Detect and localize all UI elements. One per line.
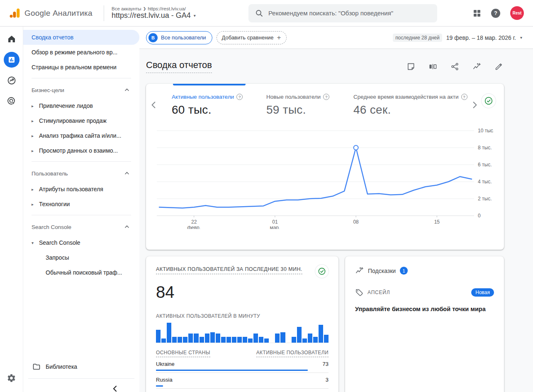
tag-icon <box>355 288 363 297</box>
metric-value: 46 сек. <box>353 103 478 117</box>
metrics-next-button[interactable] <box>472 101 477 109</box>
sidebar-item-label: Анализ трафика сайта и/или... <box>39 132 121 139</box>
minute-bar <box>324 335 329 343</box>
minute-bar <box>237 337 242 343</box>
collapsed-arrow-icon[interactable]: ▸ <box>32 119 35 123</box>
search-bar[interactable]: Рекомендуем поискать: "Обзор поведения" <box>248 4 437 22</box>
minute-bar <box>200 337 204 343</box>
collapsed-arrow-icon[interactable]: ▸ <box>32 134 35 138</box>
nav-rail <box>0 27 23 392</box>
sidebar-item-label: Просмотр данных о взаимо... <box>39 147 118 154</box>
realtime-title: АКТИВНЫХ ПОЛЬЗОВАТЕЛЕЙ ЗА ПОСЛЕДНИЕ 30 М… <box>156 266 302 274</box>
sidebar-item-realtime-pages[interactable]: Страницы в реальном времени <box>23 60 139 75</box>
metric-label[interactable]: Среднее время взаимодействия на акти? <box>353 94 478 100</box>
ga-logo[interactable]: Google Аналитика <box>0 7 104 19</box>
sidebar-item-user[interactable]: Пользователь <box>23 165 139 182</box>
metric-label[interactable]: Активные пользователи? <box>172 94 266 100</box>
minute-bar <box>188 334 193 343</box>
collapsed-arrow-icon[interactable]: ▸ <box>32 104 35 108</box>
settings-gear-icon[interactable] <box>3 370 20 386</box>
insights-icon[interactable] <box>472 62 481 71</box>
explore-icon[interactable] <box>3 72 20 89</box>
sidebar-item-drive-sales[interactable]: ▸Стимулирование продаж <box>23 113 139 128</box>
sidebar-item-label: Стимулирование продаж <box>39 117 107 124</box>
logo-text: Google Аналитика <box>24 9 92 18</box>
realtime-check-icon[interactable] <box>315 265 329 278</box>
help-circle-icon: ? <box>461 94 467 100</box>
expanded-arrow-icon[interactable]: ▾ <box>32 241 35 245</box>
minute-bar <box>205 334 209 343</box>
home-icon[interactable] <box>3 31 20 47</box>
avatar[interactable]: Rest <box>510 6 524 20</box>
collapsed-arrow-icon[interactable]: ▸ <box>32 202 35 207</box>
apps-grid-icon[interactable] <box>473 9 481 17</box>
table-row: Ukraine73 <box>156 357 329 373</box>
collapse-sidebar-button[interactable] <box>23 379 139 392</box>
insight-message-link[interactable]: Управляйте бизнесом из любой точки мира <box>355 306 494 312</box>
sidebar-item-search-console[interactable]: ▾Search Console <box>23 235 139 250</box>
sidebar-item-organic-search[interactable]: Обычный поисковый траф... <box>23 265 139 280</box>
add-comparison-chip[interactable]: Добавить сравнение + <box>217 31 287 44</box>
minute-bar <box>232 337 236 343</box>
metrics-prev-button[interactable] <box>151 101 156 109</box>
sidebar-item-engagement-data[interactable]: ▸Просмотр данных о взаимо... <box>23 143 139 158</box>
sidebar-item-label: Атрибуты пользователя <box>39 186 103 192</box>
metrics-container: Активные пользователи?60 тыс.Новые польз… <box>172 94 478 117</box>
metric-label[interactable]: Новые пользователи? <box>266 94 353 100</box>
metric-tab-1[interactable]: Новые пользователи?59 тыс. <box>266 94 353 117</box>
svg-text:4 тыс.: 4 тыс. <box>478 179 492 185</box>
date-range-picker[interactable]: последние 28 дней 19 февр. – 18 мар. 202… <box>393 34 522 42</box>
minute-bars-chart[interactable] <box>156 323 329 343</box>
minute-bar <box>264 338 269 343</box>
sidebar-item-generate-leads[interactable]: ▸Привлечение лидов <box>23 98 139 113</box>
help-icon[interactable]: ? <box>491 9 500 18</box>
date-preset-label: последние 28 дней <box>393 34 442 42</box>
note-icon[interactable] <box>406 62 415 71</box>
line-chart[interactable]: 02 тыс.4 тыс.6 тыс.8 тыс.10 тыс.22февр.0… <box>157 125 494 229</box>
realtime-minute-title: АКТИВНЫХ ПОЛЬЗОВАТЕЛЕЙ В МИНУТУ <box>156 313 329 319</box>
sidebar-item-user-attributes[interactable]: ▸Атрибуты пользователя <box>23 182 139 197</box>
sidebar-item-reports-snapshot[interactable]: Сводка отчетов <box>23 30 139 45</box>
sidebar-item-site-traffic[interactable]: ▸Анализ трафика сайта и/или... <box>23 128 139 143</box>
property-selector[interactable]: https://rest.lviv.ua - GA4 ▾ <box>112 11 224 20</box>
sidebar-item-label: Привлечение лидов <box>39 102 93 109</box>
sidebar-item-tech[interactable]: ▸Технологии <box>23 197 139 212</box>
add-comparison-label: Добавить сравнение <box>222 34 274 41</box>
ab-compare-icon[interactable] <box>428 62 437 71</box>
metric-value: 60 тыс. <box>172 103 266 117</box>
svg-text:2 тыс.: 2 тыс. <box>478 196 492 202</box>
breadcrumb-property[interactable]: https://rest.lviv.ua/ <box>148 6 186 11</box>
svg-text:6 тыс.: 6 тыс. <box>478 162 492 168</box>
reports-icon[interactable] <box>3 51 20 68</box>
header-actions: ? Rest <box>473 6 533 20</box>
collapsed-arrow-icon[interactable]: ▸ <box>32 149 35 153</box>
sidebar-item-queries[interactable]: Запросы <box>23 250 139 265</box>
edit-pencil-icon[interactable] <box>494 62 503 71</box>
svg-text:мар.: мар. <box>270 225 280 229</box>
sidebar-bottom: Библиотека <box>23 359 139 392</box>
minute-bar <box>167 323 171 343</box>
breadcrumb[interactable]: Все аккаунты ❯ https://rest.lviv.ua/ <box>112 6 224 11</box>
advertising-icon[interactable] <box>3 93 20 110</box>
minute-bar <box>253 334 258 343</box>
country-bar <box>156 385 163 387</box>
segment-chip-all-users[interactable]: В Все пользователи <box>146 31 212 44</box>
metric-tab-0[interactable]: Активные пользователи?60 тыс. <box>172 94 266 117</box>
sidebar-divider <box>32 215 131 215</box>
active-users-header: АКТИВНЫЕ ПОЛЬЗОВАТЕЛИ <box>256 350 329 357</box>
table-row: Singapore3 <box>156 389 329 392</box>
collapsed-arrow-icon[interactable]: ▸ <box>32 187 35 192</box>
sidebar-item-library[interactable]: Библиотека <box>23 359 139 374</box>
svg-text:февр.: февр. <box>187 225 201 229</box>
sidebar-item-realtime-overview[interactable]: Обзор в режиме реального вр... <box>23 45 139 60</box>
sidebar-item-search-console-section[interactable]: Search Console <box>23 219 139 235</box>
sidebar-item-business-objectives[interactable]: Бизнес-цели <box>23 82 139 98</box>
data-quality-check-icon[interactable] <box>482 94 496 108</box>
segment-chip-letter: В <box>148 33 158 42</box>
breadcrumb-root[interactable]: Все аккаунты <box>112 6 141 11</box>
metric-tab-2[interactable]: Среднее время взаимодействия на акти?46 … <box>353 94 478 117</box>
countries-table: Ukraine73Russia3Singapore3Belgium1 <box>156 357 329 392</box>
share-icon[interactable] <box>450 62 459 71</box>
minute-bar <box>216 334 220 343</box>
svg-text:0: 0 <box>478 213 481 219</box>
